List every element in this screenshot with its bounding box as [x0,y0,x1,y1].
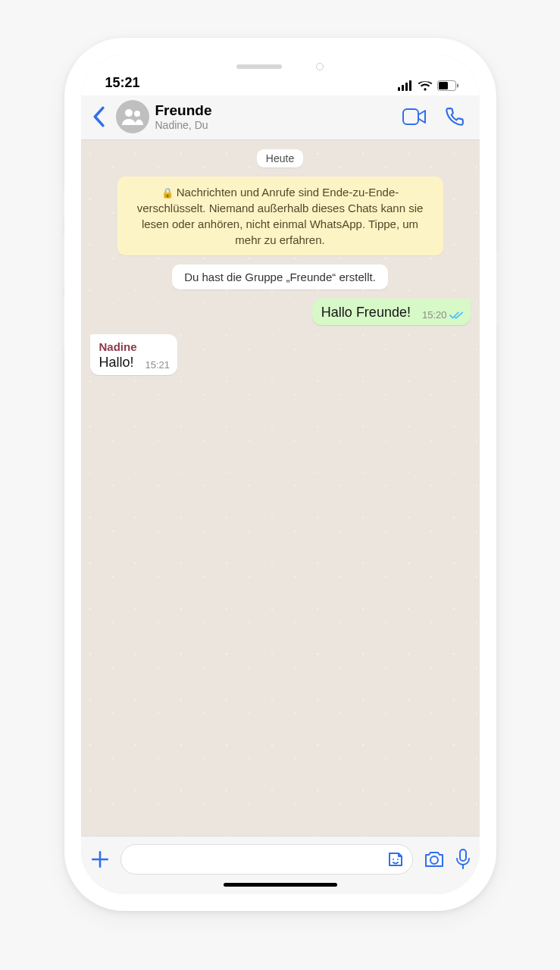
svg-rect-6 [457,84,458,88]
volume-down-button [61,296,64,347]
svg-point-7 [125,109,133,117]
volume-up-button [61,235,64,286]
power-button [496,250,499,326]
notch [205,55,356,79]
mute-switch [61,189,64,218]
message-row: Hallo Freunde! 15:20 [90,299,471,325]
cellular-signal-icon [398,80,413,91]
message-input[interactable] [120,844,413,875]
svg-point-8 [134,111,140,117]
chat-subtitle: Nadine, Du [155,119,390,131]
message-text: Hallo Freunde! [321,305,411,320]
message-time: 15:21 [145,359,171,371]
phone-frame: 15:21 [64,38,496,911]
message-text: Hallo! [99,355,134,370]
svg-rect-9 [403,109,418,124]
message-bubble-outgoing[interactable]: Hallo Freunde! 15:20 [312,299,471,325]
svg-rect-13 [460,850,466,861]
message-meta: 15:20 [422,309,463,321]
attach-button[interactable] [90,850,110,869]
sticker-button[interactable] [386,850,405,868]
svg-point-12 [430,856,438,864]
back-button[interactable] [87,106,110,127]
svg-point-10 [393,859,394,860]
date-label: Heute [266,152,294,164]
microphone-button[interactable] [455,849,471,870]
encryption-notice[interactable]: 🔒Nachrichten und Anrufe sind Ende-zu-End… [117,177,443,255]
chat-title-block[interactable]: Freunde Nadine, Du [155,102,390,131]
camera-button[interactable] [424,850,445,868]
chat-area[interactable]: Heute 🔒Nachrichten und Anrufe sind Ende-… [81,140,480,836]
svg-rect-3 [409,80,411,91]
lock-icon: 🔒 [161,187,174,199]
system-message: Du hast die Gruppe „Freunde“ erstellt. [172,264,388,289]
chat-title: Freunde [155,102,390,119]
message-time: 15:20 [422,309,447,321]
svg-point-11 [397,859,399,860]
date-separator: Heute [257,149,303,167]
speaker-grill [236,64,282,69]
group-avatar[interactable] [116,100,149,133]
chat-header: Freunde Nadine, Du [81,95,480,140]
video-call-button[interactable] [396,104,433,130]
message-bubble-incoming[interactable]: Nadine Hallo! 15:21 [90,334,178,375]
status-indicators [398,80,458,91]
screen: 15:21 [81,55,480,894]
read-receipt-icon [449,311,463,320]
svg-rect-0 [398,87,400,91]
voice-call-button[interactable] [439,102,471,131]
group-icon [122,108,143,125]
encryption-text: Nachrichten und Anrufe sind Ende-zu-Ende… [137,186,424,246]
front-camera [316,63,324,70]
wifi-icon [418,80,433,91]
status-time: 15:21 [105,75,140,91]
system-message-text: Du hast die Gruppe „Freunde“ erstellt. [184,271,376,283]
svg-rect-5 [439,82,448,89]
message-meta: 15:21 [145,359,171,371]
home-indicator[interactable] [224,883,337,887]
message-row: Nadine Hallo! 15:21 [90,334,471,375]
svg-rect-1 [402,85,404,91]
svg-rect-2 [405,83,408,91]
message-sender: Nadine [99,340,171,353]
battery-icon [437,80,458,91]
